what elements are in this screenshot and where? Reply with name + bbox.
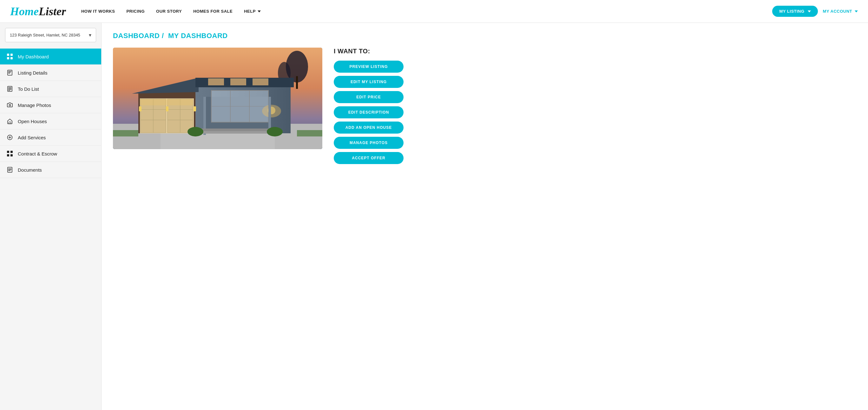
content-body: I WANT TO: PREVIEW LISTING EDIT MY LISTI… [113, 48, 857, 164]
sidebar: 123 Raleigh Street, Hamlet, NC 28345 ▾ M… [0, 23, 101, 410]
svg-rect-26 [296, 76, 298, 89]
svg-rect-4 [8, 70, 12, 75]
svg-rect-2 [7, 57, 9, 59]
svg-rect-16 [7, 151, 9, 153]
house-illustration [113, 48, 322, 149]
nav-our-story[interactable]: OUR STORY [156, 9, 182, 13]
svg-rect-22 [8, 170, 11, 170]
edit-price-button[interactable]: EDIT PRICE [334, 91, 404, 103]
todo-icon [6, 85, 13, 92]
my-listing-button[interactable]: MY LISTING [772, 6, 817, 17]
house-icon [6, 118, 13, 125]
svg-rect-3 [10, 57, 13, 59]
sidebar-item-contract-escrow[interactable]: Contract & Escrow [0, 146, 101, 162]
edit-my-listing-button[interactable]: EDIT MY LISTING [334, 76, 404, 88]
sidebar-item-label: Documents [18, 167, 42, 173]
breadcrumb: DASHBOARD / MY DASHBOARD [113, 32, 857, 40]
svg-rect-47 [139, 106, 142, 111]
address-selector[interactable]: 123 Raleigh Street, Hamlet, NC 28345 ▾ [5, 28, 96, 42]
main-content: DASHBOARD / MY DASHBOARD [101, 23, 868, 410]
sidebar-item-label: Manage Photos [18, 102, 51, 108]
breadcrumb-dynamic: MY DASHBOARD [168, 32, 228, 40]
manage-photos-button[interactable]: MANAGE PHOTOS [334, 137, 404, 149]
svg-rect-37 [252, 78, 269, 85]
svg-rect-6 [8, 72, 11, 73]
svg-rect-7 [8, 73, 10, 74]
preview-listing-button[interactable]: PREVIEW LISTING [334, 61, 404, 73]
breadcrumb-static: DASHBOARD / [113, 32, 164, 40]
my-listing-dropdown-arrow [808, 10, 811, 12]
sidebar-item-documents[interactable]: Documents [0, 162, 101, 178]
svg-rect-5 [8, 71, 11, 72]
svg-rect-19 [10, 154, 13, 156]
sidebar-nav: My Dashboard Listing Details [0, 49, 101, 178]
svg-rect-17 [10, 151, 13, 153]
svg-point-13 [9, 105, 11, 106]
nav-help[interactable]: HELP [244, 9, 261, 13]
documents-icon [6, 166, 13, 173]
add-open-house-button[interactable]: ADD AN OPEN HOUSE [334, 121, 404, 134]
nav-pricing[interactable]: PRICING [126, 9, 145, 13]
svg-rect-60 [198, 128, 275, 131]
sidebar-item-open-houses[interactable]: Open Houses [0, 113, 101, 129]
help-dropdown-arrow [258, 10, 261, 12]
svg-rect-48 [166, 106, 168, 111]
svg-rect-35 [208, 78, 224, 85]
header-actions: MY LISTING MY ACCOUNT [772, 6, 858, 17]
svg-rect-49 [193, 106, 196, 111]
main-layout: 123 Raleigh Street, Hamlet, NC 28345 ▾ M… [0, 23, 868, 410]
sidebar-item-label: Listing Details [18, 70, 47, 76]
grid-icon [6, 53, 13, 60]
svg-rect-23 [8, 170, 10, 171]
right-panel: I WANT TO: PREVIEW LISTING EDIT MY LISTI… [334, 48, 857, 164]
address-text: 123 Raleigh Street, Hamlet, NC 28345 [10, 33, 80, 37]
i-want-to-heading: I WANT TO: [334, 48, 857, 55]
nav-how-it-works[interactable]: HOW IT WORKS [81, 9, 115, 13]
sidebar-item-label: To Do List [18, 86, 39, 92]
sidebar-item-label: Contract & Escrow [18, 151, 57, 156]
action-buttons-list: PREVIEW LISTING EDIT MY LISTING EDIT PRI… [334, 61, 857, 164]
my-account-button[interactable]: MY ACCOUNT [823, 9, 858, 13]
svg-point-63 [267, 127, 283, 137]
svg-rect-65 [297, 130, 322, 137]
svg-rect-36 [230, 78, 246, 85]
svg-rect-0 [7, 54, 9, 56]
sidebar-item-my-dashboard[interactable]: My Dashboard [0, 49, 101, 65]
sidebar-item-manage-photos[interactable]: Manage Photos [0, 97, 101, 113]
svg-rect-1 [10, 54, 13, 56]
svg-rect-61 [202, 131, 272, 134]
address-dropdown-arrow: ▾ [89, 32, 91, 38]
nav-homes-for-sale[interactable]: HOMES FOR SALE [193, 9, 232, 13]
svg-rect-9 [8, 87, 11, 88]
camera-icon [6, 101, 13, 109]
main-nav: HOW IT WORKS PRICING OUR STORY HOMES FOR… [81, 9, 772, 13]
svg-rect-21 [8, 169, 11, 169]
plus-circle-icon [6, 134, 13, 141]
sidebar-item-listing-details[interactable]: Listing Details [0, 65, 101, 81]
accept-offer-button[interactable]: ACCEPT OFFER [334, 152, 404, 164]
sidebar-item-label: Add Services [18, 135, 46, 140]
house-image [113, 48, 322, 149]
header: HomeLister HOW IT WORKS PRICING OUR STOR… [0, 0, 868, 23]
my-account-dropdown-arrow [855, 10, 858, 12]
svg-rect-11 [8, 89, 11, 90]
svg-rect-18 [7, 154, 9, 156]
svg-point-62 [187, 127, 204, 137]
svg-rect-14 [9, 122, 11, 124]
sidebar-item-add-services[interactable]: Add Services [0, 129, 101, 146]
svg-rect-8 [8, 86, 12, 91]
logo[interactable]: HomeLister [10, 5, 66, 18]
listing-details-icon [6, 69, 13, 76]
edit-description-button[interactable]: EDIT DESCRIPTION [334, 106, 404, 118]
svg-rect-64 [113, 130, 138, 137]
svg-rect-12 [8, 90, 10, 91]
sidebar-item-label: Open Houses [18, 119, 47, 124]
sidebar-item-to-do-list[interactable]: To Do List [0, 81, 101, 97]
svg-rect-10 [8, 88, 11, 89]
contract-icon [6, 150, 13, 157]
svg-rect-66 [140, 99, 193, 105]
sidebar-item-label: My Dashboard [18, 54, 49, 59]
